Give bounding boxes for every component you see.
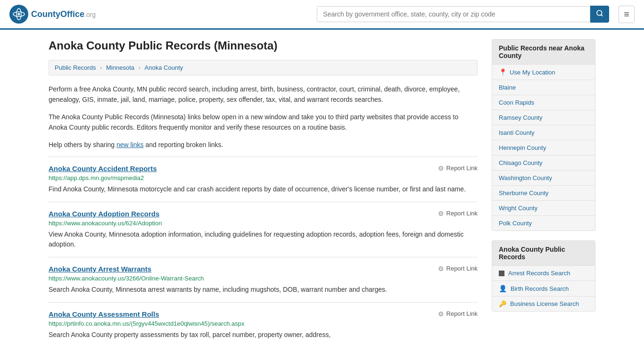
record-desc-0: Find Anoka County, Minnesota motorcycle … [49,184,478,194]
new-links[interactable]: new links [116,141,144,148]
report-link-1[interactable]: ⚙ Report Link [438,210,478,217]
nearby-place-item: Isanti County [492,125,595,140]
logo-text: CountyOffice.org [31,9,96,19]
record-title-1[interactable]: Anoka County Adoption Records [49,210,159,218]
record-url-2[interactable]: https://www.anokacounty.us/3266/Online-W… [49,275,478,282]
logo[interactable]: CountyOffice.org [9,5,96,24]
location-pin-icon: 📍 [499,68,507,76]
sidebar-record-item: Arrest Records Search [492,266,595,281]
breadcrumb-public-records[interactable]: Public Records [55,64,96,71]
records-links-list: Arrest Records Search👤Birth Records Sear… [492,266,595,311]
sidebar-record-item: 👤Birth Records Search [492,281,595,296]
records-box-title: Anoka County Public Records [492,241,595,266]
nearby-place-link-2[interactable]: Ramsey County [492,110,595,125]
nearby-place-item: Sherburne County [492,186,595,201]
record-item: Anoka County Assessment Rolls ⚙ Report L… [49,302,478,347]
record-item: Anoka County Accident Reports ⚙ Report L… [49,156,478,202]
record-url-3[interactable]: https://prtinfo.co.anoka.mn.us/(5rgyv445… [49,320,478,327]
nearby-place-item: Ramsey County [492,110,595,125]
report-link-3[interactable]: ⚙ Report Link [438,310,478,318]
main-content: Anoka County Public Records (Minnesota) … [49,39,478,347]
breadcrumb-minnesota[interactable]: Minnesota [106,64,134,71]
nearby-place-link-1[interactable]: Coon Rapids [492,95,595,110]
nearby-place-item: Washington County [492,171,595,186]
nearby-place-link-9[interactable]: Polk County [492,216,595,230]
nearby-place-link-8[interactable]: Wright County [492,201,595,215]
description-1: Perform a free Anoka County, MN public r… [49,84,478,105]
sidebar: Public Records near Anoka County 📍 Use M… [492,39,595,347]
sidebar-record-link-2[interactable]: Business License Search [510,300,579,307]
square-icon [499,271,504,276]
nearby-place-link-3[interactable]: Isanti County [492,125,595,140]
record-item: Anoka County Arrest Warrants ⚙ Report Li… [49,257,478,302]
record-desc-1: View Anoka County, Minnesota adoption in… [49,230,478,249]
key-icon: 🔑 [499,300,506,307]
report-link-0[interactable]: ⚙ Report Link [438,165,478,172]
record-desc-2: Search Anoka County, Minnesota arrest wa… [49,285,478,295]
page-title: Anoka County Public Records (Minnesota) [49,39,478,52]
nearby-box: Public Records near Anoka County 📍 Use M… [492,39,595,231]
sidebar-record-link-1[interactable]: Birth Records Search [511,285,569,292]
record-url-0[interactable]: https://app.dps.mn.gov/mspmedia2 [49,174,478,181]
search-input[interactable] [317,6,590,22]
breadcrumb: Public Records › Minnesota › Anoka Count… [49,60,478,75]
report-link-2[interactable]: ⚙ Report Link [438,265,478,272]
description-3: Help others by sharing new links and rep… [49,140,478,150]
description-2: The Anoka County Public Records (Minneso… [49,112,478,133]
person-icon: 👤 [499,285,507,292]
nearby-place-link-6[interactable]: Washington County [492,171,595,185]
sidebar-record-link-0[interactable]: Arrest Records Search [508,270,570,277]
breadcrumb-anoka-county[interactable]: Anoka County [145,64,183,71]
nearby-place-item: Chisago County [492,156,595,171]
report-icon-3: ⚙ [438,310,444,318]
sidebar-record-item: 🔑Business License Search [492,296,595,311]
records-box: Anoka County Public Records Arrest Recor… [492,240,595,312]
nearby-place-item: Blaine [492,80,595,95]
nearby-place-item: Wright County [492,201,595,216]
nearby-place-link-7[interactable]: Sherburne County [492,186,595,200]
nearby-places-list: BlaineCoon RapidsRamsey CountyIsanti Cou… [492,80,595,230]
main-container: Anoka County Public Records (Minnesota) … [39,30,605,357]
report-icon-2: ⚙ [438,265,444,272]
search-bar [317,6,609,23]
use-location-link[interactable]: Use My Location [510,69,555,76]
record-title-3[interactable]: Anoka County Assessment Rolls [49,310,159,318]
record-desc-3: Search Anoka County property assessments… [49,330,478,340]
records-list: Anoka County Accident Reports ⚙ Report L… [49,156,478,347]
header: CountyOffice.org ≡ [0,0,644,30]
report-icon-1: ⚙ [438,210,444,217]
use-my-location[interactable]: 📍 Use My Location [492,65,595,80]
svg-point-3 [17,13,20,16]
logo-icon [9,5,28,24]
record-item: Anoka County Adoption Records ⚙ Report L… [49,202,478,257]
record-url-1[interactable]: https://www.anokacounty.us/624/Adoption [49,220,478,227]
nearby-place-item: Hennepin County [492,140,595,156]
record-title-0[interactable]: Anoka County Accident Reports [49,165,157,173]
nearby-place-item: Coon Rapids [492,95,595,110]
nearby-place-link-5[interactable]: Chisago County [492,156,595,170]
report-icon-0: ⚙ [438,165,444,172]
nearby-place-item: Polk County [492,216,595,230]
nearby-place-link-0[interactable]: Blaine [492,80,595,95]
nearby-place-link-4[interactable]: Hennepin County [492,140,595,155]
nearby-title: Public Records near Anoka County [492,40,595,65]
menu-button[interactable]: ≡ [619,6,635,23]
record-title-2[interactable]: Anoka County Arrest Warrants [49,265,151,273]
search-button[interactable] [590,6,609,23]
